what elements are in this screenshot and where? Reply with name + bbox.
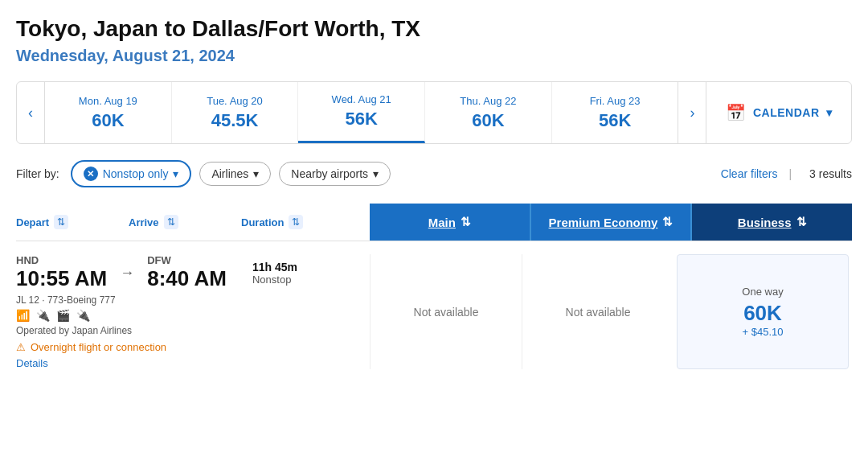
business-fee: + $45.10: [743, 326, 784, 338]
flight-number: JL 12 · 773-Boeing 777: [16, 294, 370, 306]
business-sort-icon: ⇅: [796, 215, 807, 229]
main-column-header[interactable]: Main ⇅: [370, 204, 530, 241]
duration-sort-label: Duration: [241, 216, 284, 228]
remove-nonstop-icon[interactable]: ✕: [84, 167, 98, 181]
date-option-fri_aug23[interactable]: Fri. Aug 23 56K: [552, 82, 678, 143]
filter-row: Filter by: ✕ Nonstop only ▾ Airlines ▾ N…: [16, 160, 852, 187]
duration-block: 11h 45m Nonstop: [252, 261, 297, 286]
clear-filters-button[interactable]: Clear filters: [721, 167, 778, 180]
results-header: Depart ⇅ Arrive ⇅ Duration ⇅ Main ⇅ Prem…: [16, 204, 852, 241]
depart-sort-label: Depart: [16, 216, 49, 228]
arrow-icon: →: [120, 265, 134, 282]
entertainment-icon: 🎬: [56, 309, 70, 322]
date-options: Mon. Aug 19 60K Tue. Aug 20 45.5K Wed. A…: [45, 82, 678, 143]
page-title: Tokyo, Japan to Dallas/Fort Worth, TX: [16, 16, 852, 42]
filter-label: Filter by:: [16, 167, 59, 180]
duration-column-header[interactable]: Duration ⇅: [241, 204, 370, 241]
nearby-airports-label: Nearby airports: [291, 167, 368, 180]
warning-icon: ⚠: [16, 341, 26, 353]
date-picker-bar: ‹ Mon. Aug 19 60K Tue. Aug 20 45.5K Wed.…: [16, 81, 852, 144]
date-price: 60K: [92, 110, 124, 131]
date-label: Mon. Aug 19: [79, 95, 137, 107]
usb-icon: 🔌: [76, 309, 90, 322]
date-label: Wed. Aug 21: [332, 93, 391, 105]
business-price: 60K: [743, 301, 782, 326]
results-count: 3 results: [809, 167, 852, 180]
date-price: 45.5K: [211, 110, 259, 131]
premium-label: Premium Economy: [549, 216, 658, 229]
depart-airport: HND: [16, 254, 107, 266]
airlines-filter-label: Airlines: [211, 167, 248, 180]
calendar-icon: 📅: [726, 103, 747, 122]
divider: |: [788, 167, 792, 180]
depart-block: HND 10:55 AM: [16, 254, 107, 291]
nonstop-filter-button[interactable]: ✕ Nonstop only ▾: [71, 160, 192, 187]
page-subtitle: Wednesday, August 21, 2024: [16, 47, 852, 65]
flight-row: HND 10:55 AM → DFW 8:40 AM 11h 45m Nonst…: [16, 241, 852, 376]
business-price-col[interactable]: One way 60K + $45.10: [677, 254, 849, 369]
details-link[interactable]: Details: [16, 357, 48, 369]
premium-column-header[interactable]: Premium Economy ⇅: [530, 204, 691, 241]
airlines-chevron-icon: ▾: [253, 167, 259, 180]
chevron-down-icon: ▾: [826, 106, 833, 119]
arrive-block: DFW 8:40 AM: [147, 254, 227, 291]
flight-times: HND 10:55 AM → DFW 8:40 AM 11h 45m Nonst…: [16, 254, 370, 291]
depart-column-header[interactable]: Depart ⇅: [16, 204, 129, 241]
date-price: 56K: [599, 110, 631, 131]
stops: Nonstop: [252, 274, 297, 286]
premium-sort-icon: ⇅: [662, 215, 673, 229]
arrive-sort-label: Arrive: [129, 216, 159, 228]
overnight-warning: ⚠ Overnight flight or connection: [16, 341, 370, 353]
nearby-airports-filter-button[interactable]: Nearby airports ▾: [279, 162, 391, 186]
depart-time: 10:55 AM: [16, 266, 107, 291]
airlines-filter-button[interactable]: Airlines ▾: [199, 162, 271, 186]
date-prev-button[interactable]: ‹: [17, 82, 45, 143]
premium-price-col: Not available: [522, 254, 674, 369]
date-label: Fri. Aug 23: [590, 95, 641, 107]
operated-by: Operated by Japan Airlines: [16, 325, 370, 336]
arrive-column-header[interactable]: Arrive ⇅: [129, 204, 241, 241]
power-icon: 🔌: [36, 309, 50, 322]
flight-info: HND 10:55 AM → DFW 8:40 AM 11h 45m Nonst…: [16, 254, 370, 369]
nonstop-chevron-icon: ▾: [173, 167, 178, 180]
calendar-button-label: CALENDAR: [753, 106, 820, 119]
date-price: 60K: [472, 110, 504, 131]
flight-amenities: 📶 🔌 🎬 🔌: [16, 309, 370, 322]
main-price-col: Not available: [370, 254, 522, 369]
business-column-header[interactable]: Business ⇅: [690, 204, 852, 241]
date-label: Thu. Aug 22: [460, 95, 516, 107]
nearby-chevron-icon: ▾: [373, 167, 379, 180]
date-option-tue_aug20[interactable]: Tue. Aug 20 45.5K: [172, 82, 299, 143]
business-one-way-label: One way: [742, 286, 783, 298]
date-label: Tue. Aug 20: [207, 95, 263, 107]
overnight-text: Overnight flight or connection: [31, 341, 166, 353]
nonstop-filter-label: Nonstop only: [103, 167, 169, 180]
calendar-button[interactable]: 📅 CALENDAR ▾: [706, 82, 851, 143]
arrive-time: 8:40 AM: [147, 266, 227, 291]
business-label: Business: [738, 216, 792, 229]
date-price: 56K: [346, 109, 378, 130]
date-option-wed_aug21[interactable]: Wed. Aug 21 56K: [298, 82, 425, 143]
arrive-airport: DFW: [147, 254, 227, 266]
date-option-thu_aug22[interactable]: Thu. Aug 22 60K: [425, 82, 552, 143]
duration: 11h 45m: [252, 261, 297, 274]
main-sort-icon: ⇅: [461, 215, 471, 229]
date-next-button[interactable]: ›: [678, 82, 706, 143]
depart-sort-icon[interactable]: ⇅: [54, 215, 68, 229]
wifi-icon: 📶: [16, 309, 30, 322]
main-label: Main: [428, 216, 456, 229]
duration-sort-icon[interactable]: ⇅: [289, 215, 303, 229]
arrive-sort-icon[interactable]: ⇅: [164, 215, 178, 229]
date-option-mon_aug19[interactable]: Mon. Aug 19 60K: [45, 82, 172, 143]
